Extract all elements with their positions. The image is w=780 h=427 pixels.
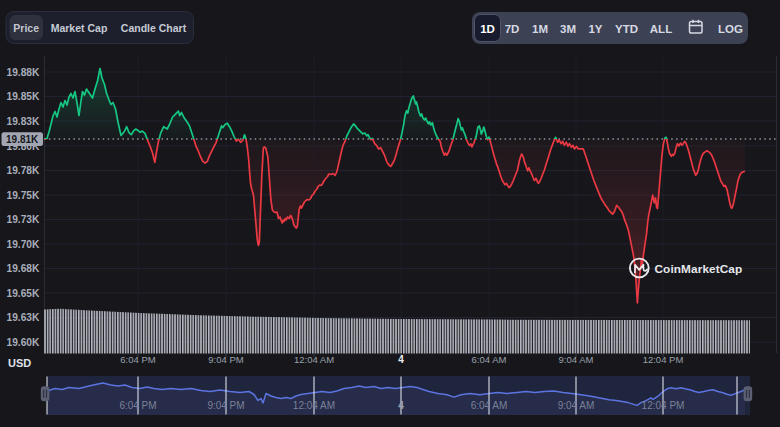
- svg-text:1Y: 1Y: [588, 23, 602, 35]
- svg-text:19.88K: 19.88K: [7, 67, 40, 78]
- svg-text:19.78K: 19.78K: [7, 165, 40, 176]
- svg-text:19.81K: 19.81K: [6, 134, 39, 145]
- svg-text:3M: 3M: [560, 23, 576, 35]
- svg-text:6:04 PM: 6:04 PM: [120, 354, 155, 365]
- svg-text:9:04 AM: 9:04 AM: [559, 354, 594, 365]
- svg-text:19.70K: 19.70K: [7, 239, 40, 250]
- svg-text:Market Cap: Market Cap: [51, 22, 108, 34]
- svg-text:LOG: LOG: [718, 23, 743, 35]
- svg-text:19.63K: 19.63K: [7, 312, 40, 323]
- svg-text:9:04 PM: 9:04 PM: [208, 354, 243, 365]
- svg-text:Price: Price: [13, 22, 39, 34]
- svg-text:19.83K: 19.83K: [7, 116, 40, 127]
- svg-text:6:04 AM: 6:04 AM: [471, 400, 508, 411]
- svg-text:12:04 AM: 12:04 AM: [294, 354, 334, 365]
- svg-text:Candle Chart: Candle Chart: [121, 22, 187, 34]
- svg-text:USD: USD: [8, 357, 31, 369]
- svg-text:19.60K: 19.60K: [7, 337, 40, 348]
- svg-text:YTD: YTD: [615, 23, 638, 35]
- svg-text:6:04 AM: 6:04 AM: [472, 354, 507, 365]
- svg-text:1M: 1M: [532, 23, 548, 35]
- svg-text:19.75K: 19.75K: [7, 190, 40, 201]
- svg-text:7D: 7D: [505, 23, 520, 35]
- svg-text:CoinMarketCap: CoinMarketCap: [655, 262, 743, 276]
- svg-text:12:04 PM: 12:04 PM: [643, 354, 684, 365]
- svg-text:19.73K: 19.73K: [7, 214, 40, 225]
- svg-text:9:04 PM: 9:04 PM: [207, 400, 244, 411]
- svg-text:9:04 AM: 9:04 AM: [558, 400, 595, 411]
- svg-text:4: 4: [398, 400, 404, 411]
- svg-text:ALL: ALL: [650, 23, 672, 35]
- svg-text:19.85K: 19.85K: [7, 91, 40, 102]
- svg-text:6:04 PM: 6:04 PM: [119, 400, 156, 411]
- svg-text:12:04 AM: 12:04 AM: [293, 400, 335, 411]
- svg-text:1D: 1D: [480, 23, 495, 35]
- svg-text:4: 4: [398, 354, 404, 365]
- svg-text:19.68K: 19.68K: [7, 263, 40, 274]
- svg-text:19.65K: 19.65K: [7, 288, 40, 299]
- svg-text:12:04 PM: 12:04 PM: [642, 400, 685, 411]
